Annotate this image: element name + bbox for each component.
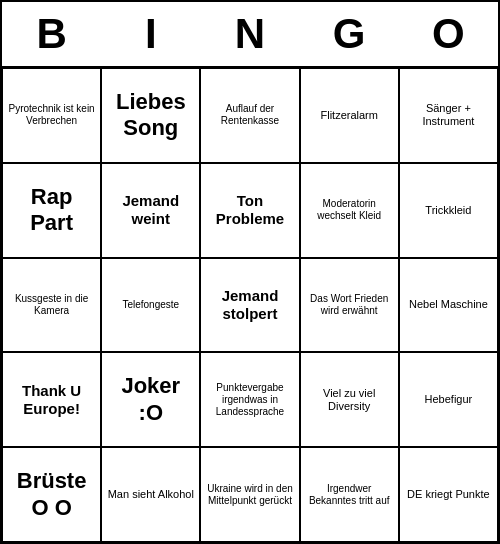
cell-text-0-2: Auflauf der Rentenkasse — [205, 103, 294, 127]
cell-3-2[interactable]: Punktevergabe irgendwas in Landessprache — [200, 352, 299, 447]
cell-3-1[interactable]: Joker :O — [101, 352, 200, 447]
cell-text-4-1: Man sieht Alkohol — [108, 488, 194, 501]
cell-1-1[interactable]: Jemand weint — [101, 163, 200, 258]
cell-4-4[interactable]: DE kriegt Punkte — [399, 447, 498, 542]
cell-1-0[interactable]: Rap Part — [2, 163, 101, 258]
cell-1-3[interactable]: Moderatorin wechselt Kleid — [300, 163, 399, 258]
cell-text-3-4: Hebefigur — [425, 393, 473, 406]
cell-text-0-3: Flitzeralarm — [320, 109, 377, 122]
cell-text-3-1: Joker :O — [106, 373, 195, 426]
cell-text-2-1: Telefongeste — [122, 299, 179, 311]
cell-text-3-2: Punktevergabe irgendwas in Landessprache — [205, 382, 294, 418]
cell-text-2-3: Das Wort Frieden wird erwähnt — [305, 293, 394, 317]
cell-text-4-2: Ukraine wird in den Mittelpunkt gerückt — [205, 483, 294, 507]
cell-text-4-0: Brüste O O — [7, 468, 96, 521]
cell-0-2[interactable]: Auflauf der Rentenkasse — [200, 68, 299, 163]
cell-text-1-2: Ton Probleme — [205, 192, 294, 228]
cell-text-0-0: Pyrotechnik ist kein Verbrechen — [7, 103, 96, 127]
cell-4-0[interactable]: Brüste O O — [2, 447, 101, 542]
cell-4-2[interactable]: Ukraine wird in den Mittelpunkt gerückt — [200, 447, 299, 542]
header-letter: N — [206, 10, 294, 58]
cell-text-3-3: Viel zu viel Diversity — [305, 387, 394, 413]
cell-text-3-0: Thank U Europe! — [7, 382, 96, 418]
cell-4-3[interactable]: Irgendwer Bekanntes tritt auf — [300, 447, 399, 542]
cell-3-3[interactable]: Viel zu viel Diversity — [300, 352, 399, 447]
cell-2-2[interactable]: Jemand stolpert — [200, 258, 299, 353]
cell-4-1[interactable]: Man sieht Alkohol — [101, 447, 200, 542]
cell-3-4[interactable]: Hebefigur — [399, 352, 498, 447]
cell-text-4-4: DE kriegt Punkte — [407, 488, 490, 501]
cell-text-2-4: Nebel Maschine — [409, 298, 488, 311]
cell-3-0[interactable]: Thank U Europe! — [2, 352, 101, 447]
cell-text-1-3: Moderatorin wechselt Kleid — [305, 198, 394, 222]
cell-0-4[interactable]: Sänger + Instrument — [399, 68, 498, 163]
cell-2-0[interactable]: Kussgeste in die Kamera — [2, 258, 101, 353]
bingo-header: BINGO — [0, 0, 500, 66]
cell-2-3[interactable]: Das Wort Frieden wird erwähnt — [300, 258, 399, 353]
cell-0-3[interactable]: Flitzeralarm — [300, 68, 399, 163]
bingo-grid: Pyrotechnik ist kein VerbrechenLiebes So… — [0, 66, 500, 544]
cell-text-2-2: Jemand stolpert — [205, 287, 294, 323]
header-letter: B — [8, 10, 96, 58]
cell-text-1-0: Rap Part — [7, 184, 96, 237]
header-letter: G — [305, 10, 393, 58]
cell-1-2[interactable]: Ton Probleme — [200, 163, 299, 258]
cell-2-1[interactable]: Telefongeste — [101, 258, 200, 353]
cell-text-1-1: Jemand weint — [106, 192, 195, 228]
cell-1-4[interactable]: Trickkleid — [399, 163, 498, 258]
cell-0-1[interactable]: Liebes Song — [101, 68, 200, 163]
header-letter: O — [404, 10, 492, 58]
cell-2-4[interactable]: Nebel Maschine — [399, 258, 498, 353]
cell-0-0[interactable]: Pyrotechnik ist kein Verbrechen — [2, 68, 101, 163]
cell-text-0-4: Sänger + Instrument — [404, 102, 493, 128]
cell-text-4-3: Irgendwer Bekanntes tritt auf — [305, 483, 394, 507]
cell-text-2-0: Kussgeste in die Kamera — [7, 293, 96, 317]
cell-text-1-4: Trickkleid — [425, 204, 471, 217]
cell-text-0-1: Liebes Song — [106, 89, 195, 142]
header-letter: I — [107, 10, 195, 58]
